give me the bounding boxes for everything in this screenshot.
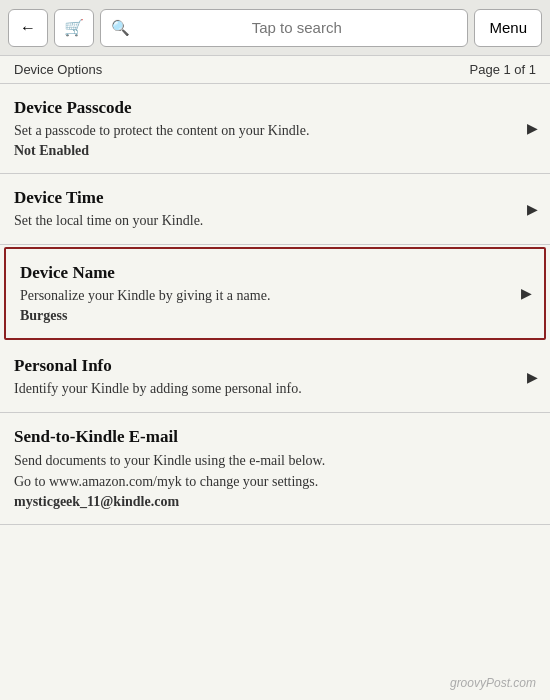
setting-device-name[interactable]: Device Name Personalize your Kindle by g… — [4, 247, 546, 340]
watermark: groovyPost.com — [450, 676, 536, 690]
setting-device-name-desc: Personalize your Kindle by giving it a n… — [20, 286, 530, 306]
setting-device-passcode[interactable]: Device Passcode Set a passcode to protec… — [0, 84, 550, 174]
setting-device-name-value: Burgess — [20, 308, 530, 324]
chevron-right-icon: ▶ — [521, 285, 532, 302]
chevron-right-icon: ▶ — [527, 369, 538, 386]
setting-device-time-title: Device Time — [14, 188, 536, 208]
settings-content: Device Passcode Set a passcode to protec… — [0, 84, 550, 525]
setting-send-to-kindle[interactable]: Send-to-Kindle E-mail Send documents to … — [0, 413, 550, 525]
back-button[interactable]: ← — [8, 9, 48, 47]
chevron-right-icon: ▶ — [527, 120, 538, 137]
setting-device-passcode-desc: Set a passcode to protect the content on… — [14, 121, 536, 141]
setting-device-name-title: Device Name — [20, 263, 530, 283]
page-header-title: Device Options — [14, 62, 102, 77]
setting-device-passcode-title: Device Passcode — [14, 98, 536, 118]
setting-personal-info[interactable]: Personal Info Identify your Kindle by ad… — [0, 342, 550, 414]
cart-button[interactable]: 🛒 — [54, 9, 94, 47]
setting-device-passcode-value: Not Enabled — [14, 143, 536, 159]
search-icon: 🔍 — [111, 19, 130, 37]
send-to-kindle-email: mysticgeek_11@kindle.com — [14, 494, 536, 510]
send-to-kindle-desc1: Send documents to your Kindle using the … — [14, 450, 536, 471]
send-to-kindle-desc2: Go to www.amazon.com/myk to change your … — [14, 471, 536, 492]
setting-device-time-desc: Set the local time on your Kindle. — [14, 211, 536, 231]
setting-personal-info-title: Personal Info — [14, 356, 536, 376]
setting-personal-info-desc: Identify your Kindle by adding some pers… — [14, 379, 536, 399]
search-input[interactable] — [136, 19, 457, 36]
chevron-right-icon: ▶ — [527, 200, 538, 217]
page-header: Device Options Page 1 of 1 — [0, 56, 550, 84]
page-pagination: Page 1 of 1 — [470, 62, 537, 77]
search-bar: 🔍 — [100, 9, 468, 47]
menu-button[interactable]: Menu — [474, 9, 542, 47]
setting-device-time[interactable]: Device Time Set the local time on your K… — [0, 174, 550, 246]
send-to-kindle-title: Send-to-Kindle E-mail — [14, 427, 536, 447]
top-navigation-bar: ← 🛒 🔍 Menu — [0, 0, 550, 56]
